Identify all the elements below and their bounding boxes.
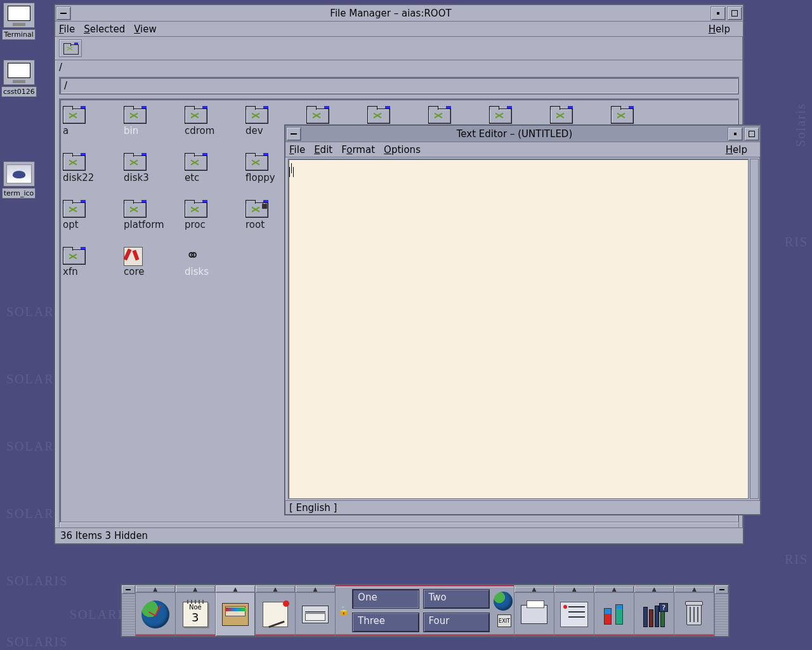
performance-icon	[601, 602, 627, 627]
subpanel-arrow-icon[interactable]: ▲	[216, 585, 255, 593]
window-menu-button[interactable]	[56, 6, 71, 20]
subpanel-arrow-icon[interactable]: ▲	[674, 585, 714, 593]
folder-icon	[550, 106, 573, 123]
file-item[interactable]: cdrom	[185, 106, 246, 136]
window-maximize-button[interactable]	[727, 6, 742, 20]
file-item[interactable]: disk3	[124, 153, 185, 183]
menu-file[interactable]: File	[59, 23, 75, 35]
exit-button[interactable]: EXIT	[497, 614, 511, 627]
folder-icon	[124, 200, 147, 216]
desktop-icon-label: Terminal	[2, 29, 36, 40]
panel-menu-button[interactable]	[715, 585, 728, 594]
subpanel-arrow-icon[interactable]: ▲	[136, 585, 175, 593]
path-input[interactable]: /	[59, 77, 739, 95]
desktop-icon-csst[interactable]: csst0126	[1, 60, 36, 99]
file-item[interactable]: disks	[185, 247, 246, 277]
folder-icon	[367, 106, 390, 123]
desktop-icon-termico[interactable]: term_ico	[1, 161, 36, 201]
file-manager-titlebar[interactable]: File Manager – aias:ROOT	[55, 5, 743, 22]
file-item[interactable]: a	[63, 106, 124, 136]
panel-handle-left[interactable]	[122, 585, 136, 636]
path-display: /	[55, 60, 743, 76]
vertical-scrollbar[interactable]	[750, 159, 759, 499]
text-editor-title: Text Editor – (UNTITLED)	[302, 128, 727, 140]
folder-icon	[185, 200, 207, 216]
menu-help[interactable]: Help	[726, 144, 747, 156]
panel-menu-button[interactable]	[122, 585, 135, 594]
folder-icon	[63, 200, 86, 216]
menu-view[interactable]: View	[134, 23, 157, 35]
file-item-label: disks	[185, 266, 246, 277]
subpanel-arrow-icon[interactable]: ▲	[256, 585, 295, 593]
panel-printer[interactable]: ▲	[514, 585, 554, 636]
file-item[interactable]: bin	[124, 106, 185, 136]
wallpaper-watermark: SOLARIS	[6, 635, 68, 649]
file-item[interactable]: core	[124, 247, 185, 277]
subpanel-arrow-icon[interactable]: ▲	[296, 585, 335, 593]
folder-icon	[63, 247, 86, 263]
file-item[interactable]: proc	[185, 200, 246, 230]
window-maximize-button[interactable]	[744, 127, 759, 141]
panel-clock[interactable]: ▲	[136, 585, 176, 636]
file-manager-title: File Manager – aias:ROOT	[72, 8, 710, 19]
window-minimize-button[interactable]	[710, 6, 726, 20]
text-editor-status: [ English ]	[285, 500, 760, 514]
workspace-button-three[interactable]: Three	[352, 613, 419, 632]
core-file-icon	[124, 247, 147, 263]
panel-help[interactable]: ▲ ?	[634, 585, 674, 636]
trash-icon	[686, 604, 702, 625]
monitor-icon	[3, 60, 35, 85]
printer-icon	[521, 605, 547, 624]
menu-options[interactable]: Options	[384, 144, 421, 156]
subpanel-arrow-icon[interactable]: ▲	[176, 585, 215, 593]
folder-icon	[246, 106, 268, 123]
file-item[interactable]: xfn	[63, 247, 124, 277]
file-item-label: opt	[63, 219, 124, 230]
panel-file-manager[interactable]: ▲	[216, 585, 256, 636]
subpanel-arrow-icon[interactable]: ▲	[634, 585, 674, 593]
help-books-icon: ?	[641, 602, 667, 627]
menu-help[interactable]: Help	[709, 23, 730, 35]
lock-icon[interactable]: 🔒	[338, 606, 348, 616]
wallpaper-watermark: Solaris	[794, 103, 808, 147]
teapot-icon	[3, 161, 35, 187]
file-item[interactable]: etc	[185, 153, 246, 183]
panel-handle-right[interactable]	[714, 585, 728, 636]
file-item[interactable]: disk22	[63, 153, 124, 183]
desktop-icon-terminal[interactable]: Terminal	[1, 3, 36, 42]
menu-file[interactable]: File	[289, 144, 305, 156]
file-item-label: etc	[185, 172, 246, 183]
panel-calendar[interactable]: ▲ Noé3	[176, 585, 216, 636]
panel-trash[interactable]: ▲	[674, 585, 714, 636]
mail-icon	[302, 606, 329, 623]
up-folder-button[interactable]	[59, 39, 82, 57]
menu-format[interactable]: Format	[341, 144, 375, 156]
window-minimize-button[interactable]	[728, 127, 743, 141]
folder-icon	[185, 153, 207, 169]
panel-style-manager[interactable]: ▲	[554, 585, 594, 636]
file-drawer-icon	[222, 603, 249, 626]
panel-text-editor[interactable]: ▲	[256, 585, 296, 636]
folder-icon	[124, 106, 147, 123]
file-item-label: proc	[185, 219, 246, 230]
window-menu-button[interactable]	[286, 127, 301, 141]
workspace-button-two[interactable]: Two	[423, 589, 490, 609]
workspace-button-four[interactable]: Four	[423, 613, 490, 632]
menu-selected[interactable]: Selected	[84, 23, 125, 35]
text-editor-textarea[interactable]	[288, 159, 749, 499]
text-editor-window: Text Editor – (UNTITLED) File Edit Forma…	[284, 124, 761, 515]
file-item[interactable]: platform	[124, 200, 185, 230]
workspace-switcher: 🔒 One Two Three Four EXIT	[336, 585, 514, 636]
workspace-button-one[interactable]: One	[352, 589, 419, 609]
file-item[interactable]: opt	[63, 200, 124, 230]
subpanel-arrow-icon[interactable]: ▲	[554, 585, 594, 593]
subpanel-arrow-icon[interactable]: ▲	[514, 585, 554, 593]
notepad-icon	[263, 602, 288, 627]
file-item-label: xfn	[63, 266, 124, 277]
panel-performance[interactable]: ▲	[594, 585, 634, 636]
busy-globe-icon	[494, 592, 511, 611]
text-editor-titlebar[interactable]: Text Editor – (UNTITLED)	[285, 126, 760, 142]
panel-mail[interactable]: ▲	[296, 585, 336, 636]
subpanel-arrow-icon[interactable]: ▲	[594, 585, 634, 593]
menu-edit[interactable]: Edit	[314, 144, 332, 156]
